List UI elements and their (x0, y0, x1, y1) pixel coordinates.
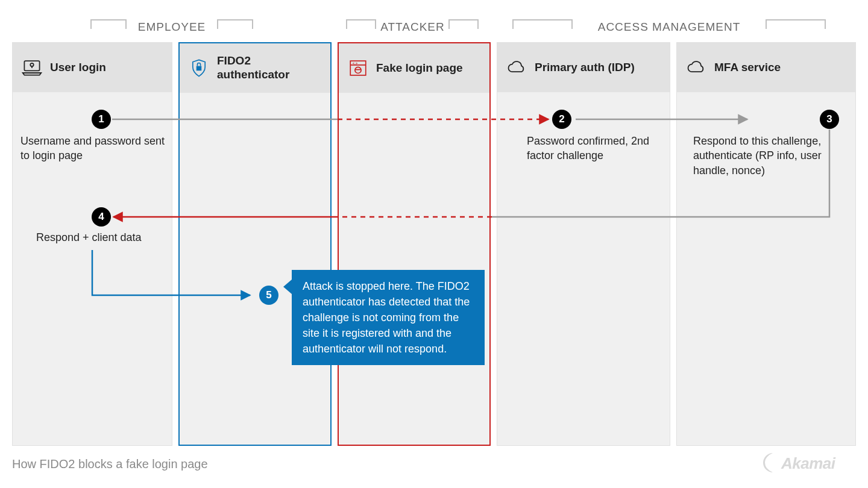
svg-point-1 (30, 63, 33, 66)
step-badge-2: 2 (552, 110, 571, 129)
lane-header-idp: Primary auth (IDP) (497, 43, 670, 92)
lane-title: User login (50, 61, 106, 75)
bracket-attacker (346, 19, 376, 29)
lane-mfa: MFA service (676, 42, 856, 446)
fake-page-icon: < > (347, 57, 369, 79)
svg-rect-2 (197, 66, 202, 71)
lane-idp: Primary auth (IDP) (497, 42, 670, 446)
bracket-attacker (448, 19, 479, 29)
laptop-icon (21, 57, 43, 78)
akamai-logo: Akamai (762, 451, 852, 475)
lane-title: MFA service (714, 61, 781, 75)
bracket-employee (217, 19, 253, 29)
bracket-access (512, 19, 573, 29)
step-text-2: Password confirmed, 2nd factor challenge (527, 134, 653, 163)
lane-header-mfa: MFA service (677, 43, 855, 92)
step-badge-5: 5 (259, 286, 278, 305)
group-label-access: ACCESS MANAGEMENT (588, 20, 750, 34)
cloud-icon (506, 57, 527, 78)
lane-title: FIDO2 authenticator (217, 54, 322, 82)
step-badge-4: 4 (92, 207, 111, 227)
step-text-4: Respond + client data (36, 230, 169, 245)
diagram-caption: How FIDO2 blocks a fake login page (12, 457, 208, 471)
lane-header-user: User login (13, 43, 172, 92)
lane-header-fido: FIDO2 authenticator (180, 43, 330, 93)
step-badge-1: 1 (92, 110, 111, 129)
svg-point-6 (355, 67, 361, 73)
cloud-icon (685, 57, 707, 78)
lane-header-fake: < > Fake login page (339, 43, 489, 93)
bracket-access (766, 19, 826, 29)
step-text-1: Username and password sent to login page (20, 134, 165, 163)
svg-text:Akamai: Akamai (781, 454, 836, 472)
lane-title: Fake login page (376, 61, 463, 75)
step-badge-3: 3 (820, 110, 839, 129)
svg-text:< >: < > (353, 61, 358, 65)
lane-title: Primary auth (IDP) (535, 61, 635, 75)
fido2-phishing-diagram: EMPLOYEE ATTACKER ACCESS MANAGEMENT User… (12, 12, 856, 476)
step-text-3: Respond to this challenge, authenticate … (693, 134, 844, 178)
lane-attacker: < > Fake login page (338, 42, 491, 446)
bracket-employee (90, 19, 127, 29)
lane-fido: FIDO2 authenticator (178, 42, 332, 446)
shield-lock-icon (188, 57, 210, 79)
group-label-attacker: ATTACKER (378, 20, 447, 34)
group-label-employee: EMPLOYEE (130, 20, 214, 34)
callout-attack-stopped: Attack is stopped here. The FIDO2 authen… (292, 270, 485, 365)
